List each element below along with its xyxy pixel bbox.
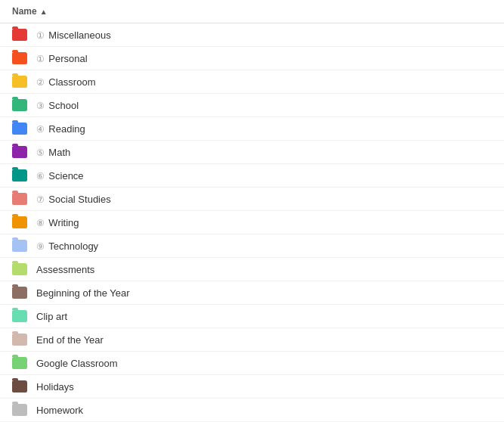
item-label: Google Classroom xyxy=(36,358,118,369)
folder-icon xyxy=(12,193,27,205)
folder-icon xyxy=(12,169,27,182)
list-item[interactable]: ④ Reading xyxy=(0,117,504,141)
list-item[interactable]: Holidays xyxy=(0,375,504,399)
list-item[interactable]: ⑧ Writing xyxy=(0,211,504,234)
list-item[interactable]: ⑤ Math xyxy=(0,141,504,164)
list-item[interactable]: ① Personal xyxy=(0,47,504,70)
item-label: ① Miscellaneous xyxy=(36,29,111,41)
folder-icon xyxy=(12,76,27,88)
folder-icon xyxy=(12,287,27,299)
folder-icon xyxy=(12,52,27,64)
list-item[interactable]: ⑦ Social Studies xyxy=(0,188,504,211)
folder-icon xyxy=(12,99,27,111)
item-label: ⑥ Science xyxy=(36,170,84,182)
item-label: Beginning of the Year xyxy=(36,287,130,299)
list-item[interactable]: ② Classroom xyxy=(0,70,504,94)
list-item[interactable]: ⑨ Technology xyxy=(0,234,504,258)
list-item[interactable]: ⑥ Science xyxy=(0,164,504,188)
item-label: ① Personal xyxy=(36,53,88,64)
item-label: ⑤ Math xyxy=(36,147,70,158)
list-item[interactable]: Beginning of the Year xyxy=(0,281,504,305)
folder-icon xyxy=(12,334,27,346)
list-item[interactable]: ① Miscellaneous xyxy=(0,23,504,47)
header: Name ▲ xyxy=(0,0,504,23)
item-label: Assessments xyxy=(36,264,94,275)
folder-icon xyxy=(12,240,27,252)
list-item[interactable]: ③ School xyxy=(0,94,504,117)
sort-ascending-icon[interactable]: ▲ xyxy=(40,8,48,16)
list-item[interactable]: Google Classroom xyxy=(0,352,504,375)
item-label: Holidays xyxy=(36,381,74,393)
folder-icon xyxy=(12,146,27,158)
folder-icon xyxy=(12,380,27,393)
item-label: ④ Reading xyxy=(36,123,85,135)
list-item[interactable]: Clip art xyxy=(0,305,504,328)
item-label: ⑦ Social Studies xyxy=(36,194,111,205)
folder-icon xyxy=(12,123,27,135)
item-label: ③ School xyxy=(36,100,79,111)
folder-icon xyxy=(12,404,27,416)
list-item[interactable]: End of the Year xyxy=(0,328,504,352)
item-label: ⑨ Technology xyxy=(36,240,98,252)
item-label: Homework xyxy=(36,405,83,416)
folder-icon xyxy=(12,357,27,369)
folder-icon xyxy=(12,216,27,228)
folder-icon xyxy=(12,263,27,275)
item-label: ② Classroom xyxy=(36,76,95,88)
item-label: End of the Year xyxy=(36,334,104,346)
item-label: ⑧ Writing xyxy=(36,217,79,228)
list-item[interactable]: Assessments xyxy=(0,258,504,281)
folder-list: ① Miscellaneous① Personal② Classroom③ Sc… xyxy=(0,23,504,422)
header-name-label[interactable]: Name xyxy=(12,6,37,17)
list-item[interactable]: Homework xyxy=(0,399,504,422)
folder-icon xyxy=(12,310,27,322)
folder-icon xyxy=(12,29,27,41)
item-label: Clip art xyxy=(36,311,67,322)
